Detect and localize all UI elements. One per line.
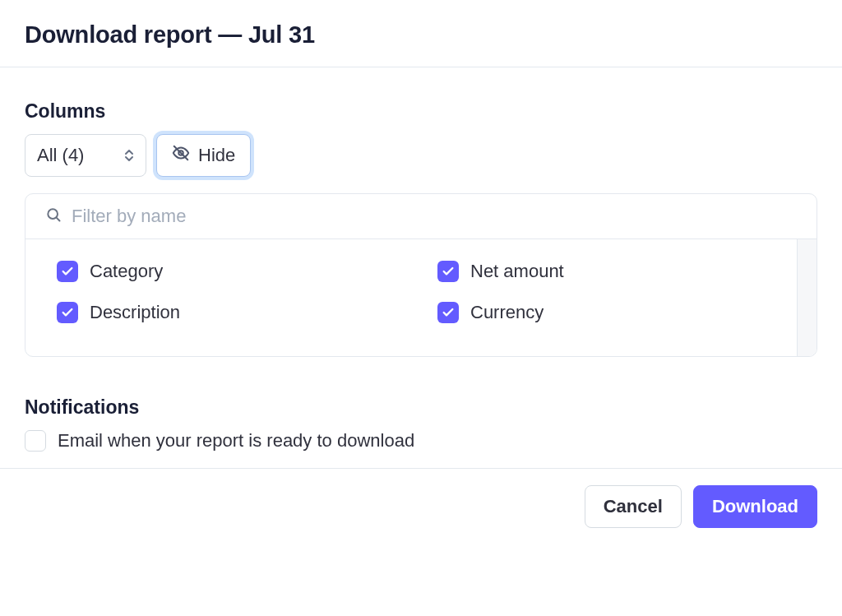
checkbox-currency[interactable] [437,302,459,323]
columns-filter-row [25,194,817,239]
columns-controls-row: All (4) Hide [25,134,817,177]
column-row-net-amount: Net amount [437,261,785,282]
notifications-section: Notifications Email when your report is … [25,396,817,452]
email-notify-label[interactable]: Email when your report is ready to downl… [58,430,414,452]
checkbox-category[interactable] [57,261,78,282]
dialog-title: Download report — Jul 31 [25,21,817,49]
column-label[interactable]: Net amount [470,261,564,282]
columns-count-selector[interactable]: All (4) [25,134,146,177]
column-label[interactable]: Category [90,261,163,282]
eye-off-icon [172,144,190,167]
panel-scrollbar[interactable] [797,239,817,356]
column-row-currency: Currency [437,302,785,323]
column-row-description: Description [57,302,405,323]
dialog-header: Download report — Jul 31 [0,0,842,67]
notifications-section-label: Notifications [25,396,817,419]
column-label[interactable]: Description [90,302,180,323]
column-label[interactable]: Currency [470,302,544,323]
search-icon [45,206,62,226]
cancel-button[interactable]: Cancel [585,485,682,528]
columns-grid-wrap: Category Net amount Description [25,239,817,356]
dialog-body: Columns All (4) Hide [0,67,842,468]
dialog-footer: Cancel Download [0,469,842,528]
checkbox-description[interactable] [57,302,78,323]
download-button[interactable]: Download [693,485,817,528]
checkbox-net-amount[interactable] [437,261,459,282]
columns-grid: Category Net amount Description [25,239,817,356]
hide-button-label: Hide [198,145,235,166]
columns-section-label: Columns [25,100,817,123]
columns-count-selector-label: All (4) [37,145,84,166]
hide-columns-button[interactable]: Hide [156,134,251,177]
column-row-category: Category [57,261,405,282]
columns-filter-input[interactable] [72,206,797,227]
stepper-icon [124,149,134,162]
notifications-email-row: Email when your report is ready to downl… [25,430,817,452]
columns-panel: Category Net amount Description [25,193,817,357]
checkbox-email-notify[interactable] [25,430,46,452]
svg-line-3 [57,218,60,221]
